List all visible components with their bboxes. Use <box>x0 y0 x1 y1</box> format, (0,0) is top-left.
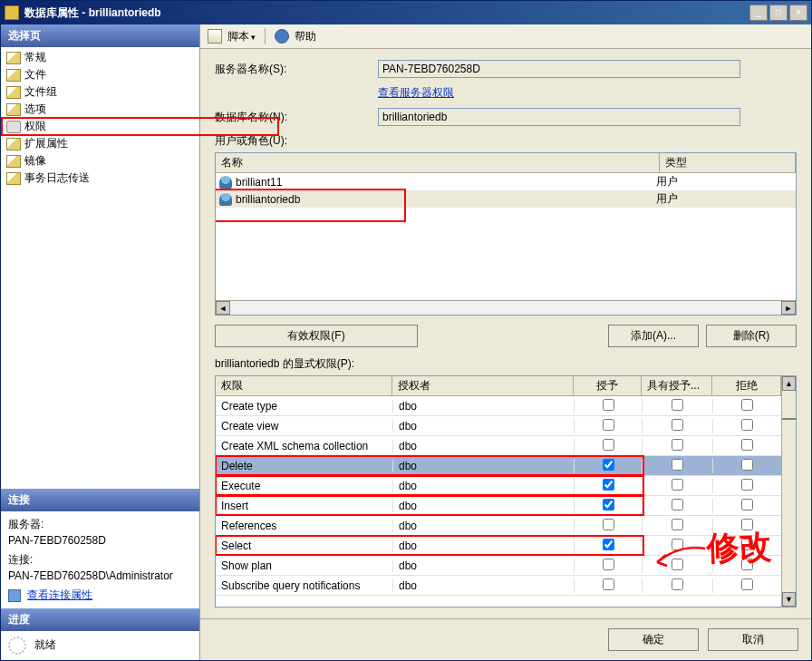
page-tree: 常规文件文件组选项权限扩展属性镜像事务日志传送 <box>1 47 199 189</box>
h-scrollbar[interactable]: ◄ ► <box>216 300 796 315</box>
progress-icon <box>8 637 26 655</box>
deny-checkbox[interactable] <box>741 499 753 510</box>
scroll-right-button[interactable]: ► <box>781 301 796 315</box>
connection-header: 连接 <box>1 489 199 511</box>
deny-checkbox[interactable] <box>741 419 753 431</box>
page-icon <box>6 86 21 99</box>
tree-item-2[interactable]: 文件组 <box>3 83 198 101</box>
perm-row[interactable]: Create typedbo <box>216 396 781 416</box>
deny-checkbox[interactable] <box>741 559 753 570</box>
cancel-button[interactable]: 取消 <box>708 628 798 651</box>
grant-checkbox[interactable] <box>603 419 614 431</box>
perm-row[interactable]: Insertdbo <box>216 496 781 516</box>
title-bar[interactable]: 数据库属性 - brilliantoriedb _ □ × <box>1 1 811 24</box>
maximize-button[interactable]: □ <box>769 5 788 21</box>
help-icon <box>275 29 289 44</box>
with-grant-checkbox[interactable] <box>672 499 683 510</box>
with-grant-checkbox[interactable] <box>672 479 683 491</box>
close-button[interactable]: × <box>789 5 807 21</box>
with-grant-checkbox[interactable] <box>672 439 683 451</box>
with-grant-checkbox[interactable] <box>672 399 683 411</box>
deny-checkbox[interactable] <box>741 439 753 451</box>
page-icon <box>6 69 21 82</box>
perm-row[interactable]: Subscribe query notificationsdbo <box>216 576 781 596</box>
col-type-header[interactable]: 类型 <box>660 153 796 172</box>
grant-checkbox[interactable] <box>603 399 614 411</box>
scroll-up-button[interactable]: ▲ <box>782 376 796 391</box>
with-grant-checkbox[interactable] <box>672 578 683 590</box>
perm-row[interactable]: Show plandbo <box>216 556 781 576</box>
deny-checkbox[interactable] <box>741 399 753 411</box>
deny-checkbox[interactable] <box>741 459 753 471</box>
page-icon <box>6 138 21 151</box>
perm-row[interactable]: Create viewdbo <box>216 416 781 436</box>
page-icon <box>6 52 21 64</box>
remove-button[interactable]: 删除(R) <box>706 325 797 347</box>
perm-row[interactable]: Referencesdbo <box>216 516 781 536</box>
deny-checkbox[interactable] <box>741 479 753 491</box>
with-grant-checkbox[interactable] <box>672 419 683 431</box>
progress-header: 进度 <box>1 608 199 631</box>
explicit-perm-label: brilliantoriedb 的显式权限(P): <box>215 356 797 372</box>
grant-checkbox[interactable] <box>603 479 614 491</box>
perm-row[interactable]: Executedbo <box>216 476 781 496</box>
with-grant-checkbox[interactable] <box>672 559 683 570</box>
page-icon <box>6 155 21 168</box>
grant-checkbox[interactable] <box>603 459 614 471</box>
add-button[interactable]: 添加(A)... <box>608 325 699 347</box>
with-grant-checkbox[interactable] <box>672 519 683 530</box>
pcol-wgrant[interactable]: 具有授予... <box>642 376 712 395</box>
ready-text: 就绪 <box>34 638 56 651</box>
script-icon <box>208 29 222 44</box>
tree-item-7[interactable]: 事务日志传送 <box>3 170 198 187</box>
v-scrollbar[interactable]: ▲ ▼ <box>781 376 796 607</box>
perm-row[interactable]: Create XML schema collectiondbo <box>216 436 781 456</box>
with-grant-checkbox[interactable] <box>672 459 683 471</box>
minimize-button[interactable]: _ <box>749 5 768 21</box>
script-button[interactable]: 脚本 <box>227 29 256 44</box>
deny-checkbox[interactable] <box>741 539 753 550</box>
pcol-grantor[interactable]: 授权者 <box>392 376 574 395</box>
tree-item-5[interactable]: 扩展属性 <box>3 135 198 152</box>
user-icon <box>219 193 232 206</box>
grant-checkbox[interactable] <box>603 519 614 530</box>
ok-button[interactable]: 确定 <box>608 628 699 651</box>
db-name-label: 数据库名称(N): <box>215 110 378 125</box>
grant-checkbox[interactable] <box>603 439 614 451</box>
user-row[interactable]: brilliant11用户 <box>216 173 796 190</box>
tree-item-1[interactable]: 文件 <box>3 66 198 83</box>
tree-item-6[interactable]: 镜像 <box>3 152 198 170</box>
perm-row[interactable]: Deletedbo <box>216 456 781 476</box>
with-grant-checkbox[interactable] <box>672 539 683 550</box>
col-name-header[interactable]: 名称 <box>216 153 660 172</box>
perm-row[interactable]: Selectdbo <box>216 536 781 556</box>
tree-item-3[interactable]: 选项 <box>3 101 198 118</box>
page-icon <box>6 172 21 185</box>
page-icon <box>6 121 21 133</box>
scroll-thumb[interactable] <box>782 418 796 420</box>
pcol-perm[interactable]: 权限 <box>216 376 392 395</box>
grant-checkbox[interactable] <box>603 559 614 570</box>
tree-item-0[interactable]: 常规 <box>3 49 198 66</box>
grant-checkbox[interactable] <box>603 578 614 590</box>
view-server-perm-link[interactable]: 查看服务器权限 <box>378 85 454 101</box>
help-button[interactable]: 帮助 <box>295 29 316 44</box>
page-icon <box>6 103 21 116</box>
deny-checkbox[interactable] <box>741 578 753 590</box>
scroll-down-button[interactable]: ▼ <box>782 592 796 607</box>
permissions-table: 权限 授权者 授予 具有授予... 拒绝 Create typedboCreat… <box>215 375 797 608</box>
server-label: 服务器: <box>8 517 192 532</box>
effective-perm-button[interactable]: 有效权限(F) <box>215 325 418 347</box>
scroll-left-button[interactable]: ◄ <box>216 301 230 315</box>
connection-icon <box>8 589 21 602</box>
server-name-label: 服务器名称(S): <box>215 62 378 77</box>
tree-item-4[interactable]: 权限 <box>3 118 198 135</box>
pcol-grant[interactable]: 授予 <box>574 376 642 395</box>
grant-checkbox[interactable] <box>603 499 614 510</box>
deny-checkbox[interactable] <box>741 519 753 530</box>
grant-checkbox[interactable] <box>603 539 614 550</box>
user-row[interactable]: brilliantoriedb用户 <box>216 190 796 208</box>
view-connection-link[interactable]: 查看连接属性 <box>27 588 92 601</box>
pcol-deny[interactable]: 拒绝 <box>712 376 781 395</box>
server-value: PAN-7EBD760258D <box>8 534 192 547</box>
